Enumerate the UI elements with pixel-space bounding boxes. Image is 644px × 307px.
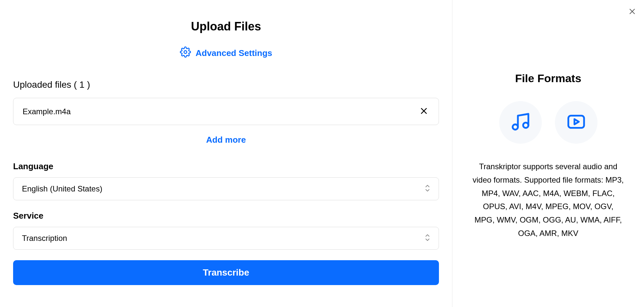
- add-more-link[interactable]: Add more: [13, 135, 439, 145]
- svg-rect-7: [568, 116, 584, 128]
- svg-point-2: [184, 51, 187, 54]
- video-format-icon-wrap: [555, 101, 597, 144]
- advanced-settings-label: Advanced Settings: [196, 48, 272, 58]
- transcribe-button[interactable]: Transcribe: [13, 260, 439, 285]
- svg-marker-8: [574, 119, 578, 124]
- format-icons-row: [472, 101, 624, 144]
- remove-file-button[interactable]: [418, 105, 429, 117]
- service-select[interactable]: Transcription: [13, 227, 439, 250]
- uploaded-file-row: Example.m4a: [13, 98, 439, 125]
- service-label: Service: [13, 211, 439, 221]
- svg-point-6: [523, 123, 528, 128]
- uploaded-file-name: Example.m4a: [23, 107, 71, 116]
- video-icon: [566, 111, 587, 134]
- audio-format-icon-wrap: [499, 101, 542, 144]
- advanced-settings-link[interactable]: Advanced Settings: [13, 46, 439, 60]
- language-select[interactable]: English (United States): [13, 177, 439, 200]
- uploaded-files-label: Uploaded files ( 1 ): [13, 80, 439, 90]
- info-panel: File Formats: [452, 0, 644, 307]
- gear-icon: [180, 46, 191, 60]
- x-icon: [420, 107, 428, 116]
- file-formats-title: File Formats: [472, 72, 624, 85]
- music-icon: [510, 111, 531, 134]
- language-label: Language: [13, 161, 439, 172]
- file-formats-description: Transkriptor supports several audio and …: [472, 160, 624, 240]
- page-title: Upload Files: [13, 20, 439, 33]
- svg-point-5: [513, 124, 518, 130]
- upload-panel: Upload Files Advanced Settings Uploaded …: [0, 0, 452, 307]
